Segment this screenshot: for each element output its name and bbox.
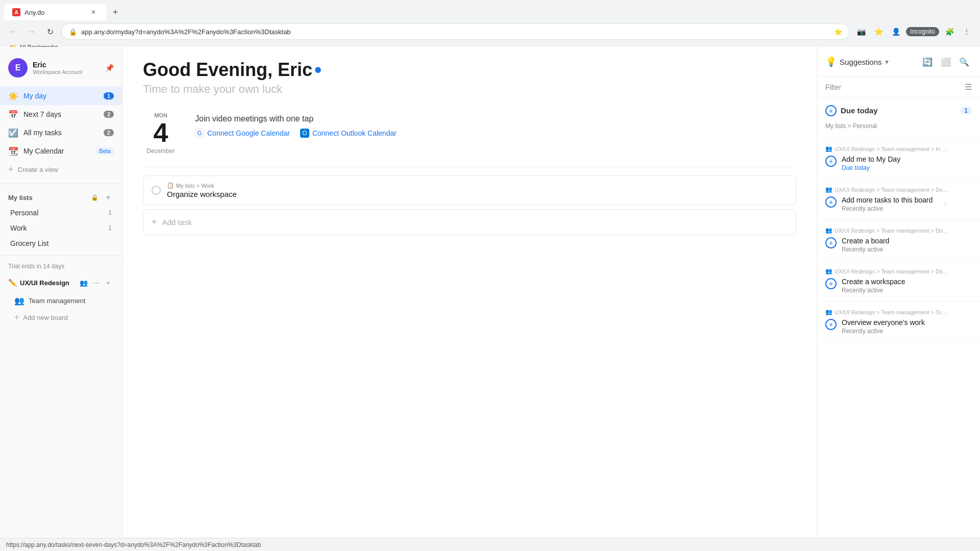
- month-name: December: [143, 147, 179, 155]
- calendar-section: MON 4 December Join video meetings with …: [143, 104, 796, 167]
- refresh-button[interactable]: ↻: [43, 24, 57, 39]
- workspace-actions: 👥 ⋯ +: [78, 277, 114, 288]
- workspace-icon: ✏️: [8, 279, 17, 287]
- add-due-today-button[interactable]: +: [825, 105, 837, 116]
- all-tasks-badge: 2: [104, 129, 114, 136]
- browser-chrome: A Any.do ✕ + ← → ↻ 🔒 app.any.do/myday?d=…: [0, 0, 980, 47]
- greeting: Good Evening, Eric•: [143, 59, 796, 81]
- suggestion-item-1: 👥 UX/UI Redesign > Team management > Do.…: [817, 179, 980, 220]
- workspace-add-icon[interactable]: +: [103, 277, 114, 288]
- connect-google-calendar-link[interactable]: G Connect Google Calendar: [195, 129, 290, 138]
- tab-close-button[interactable]: ✕: [89, 8, 98, 17]
- back-button[interactable]: ←: [6, 24, 20, 39]
- task-path-text: My lists > Work: [176, 183, 214, 189]
- suggestions-list: 👥 UX/UI Redesign > Team management > In …: [817, 138, 980, 538]
- status-url: https://app.any.do/tasks/next-seven-days…: [6, 541, 261, 548]
- my-calendar-label: My Calendar: [23, 147, 91, 155]
- refresh-suggestions-icon[interactable]: 🔄: [920, 54, 935, 69]
- my-lists-title: My lists: [8, 194, 87, 202]
- outlook-calendar-icon: O: [300, 129, 309, 138]
- meta-icon-3: 👥: [825, 268, 832, 274]
- bookmark-icon[interactable]: ⭐: [871, 24, 886, 39]
- suggestion-meta-text-1: UX/UI Redesign > Team management > Do...: [835, 187, 947, 193]
- workspace-more-icon[interactable]: ⋯: [90, 277, 102, 288]
- app: E Eric Workspace Account 📌 ☀️ My day 1 📅…: [0, 47, 980, 538]
- connect-outlook-calendar-link[interactable]: O Connect Outlook Calendar: [300, 129, 397, 138]
- add-task-bar[interactable]: + Add task: [143, 209, 796, 235]
- add-suggestion-0-button[interactable]: +: [825, 156, 837, 167]
- list-item-grocery[interactable]: Grocery List: [0, 236, 122, 251]
- add-suggestion-4-button[interactable]: +: [825, 319, 837, 330]
- user-profile[interactable]: E Eric Workspace Account 📌: [0, 53, 122, 83]
- suggestion-text-3: Create a workspace: [842, 278, 905, 286]
- board-label: Team management: [29, 297, 85, 305]
- sidebar-item-next-7-days[interactable]: 📅 Next 7 days 2: [0, 105, 122, 123]
- suggestion-meta-3: 👥 UX/UI Redesign > Team management > Do.…: [825, 268, 972, 274]
- my-day-label: My day: [23, 92, 99, 100]
- board-item-team-management[interactable]: 👥 Team management: [0, 292, 122, 309]
- suggestion-item-0: 👥 UX/UI Redesign > Team management > In …: [817, 138, 980, 179]
- suggestion-text-1: Add more tasks to this board: [842, 196, 933, 204]
- workspace-users-icon[interactable]: 👥: [78, 277, 89, 288]
- forward-button[interactable]: →: [24, 24, 39, 39]
- add-suggestion-2-button[interactable]: +: [825, 237, 837, 248]
- suggestion-item-3: 👥 UX/UI Redesign > Team management > Do.…: [817, 261, 980, 302]
- add-list-button[interactable]: +: [103, 192, 114, 203]
- create-view-label: Create a view: [18, 166, 58, 173]
- search-icon[interactable]: 🔍: [957, 54, 972, 69]
- suggestion-content-3: Create a workspace Recently active: [842, 278, 905, 294]
- task-checkbox[interactable]: [152, 186, 161, 195]
- suggestion-meta-text-4: UX/UI Redesign > Team management > To ..…: [835, 309, 948, 315]
- user-subtitle: Workspace Account: [33, 69, 100, 75]
- subtitle: Time to make your own luck: [143, 83, 796, 96]
- my-day-badge: 1: [104, 92, 114, 99]
- suggestion-content-4: Overview everyone's work Recently active: [842, 318, 925, 335]
- new-tab-button[interactable]: +: [108, 5, 122, 19]
- pin-icon[interactable]: 📌: [105, 64, 114, 72]
- url-text: app.any.do/myday?d=anydo%3A%2F%2Fanydo%3…: [81, 28, 830, 36]
- suggestion-meta-2: 👥 UX/UI Redesign > Team management > Do.…: [825, 227, 972, 234]
- filter-bar: Filter ☰: [817, 77, 980, 97]
- right-header: 💡 Suggestions ▾ 🔄 ⬜ 🔍: [817, 47, 980, 77]
- my-day-icon: ☀️: [8, 91, 18, 101]
- layout-icon[interactable]: ⬜: [938, 54, 953, 69]
- camera-icon[interactable]: 📷: [854, 24, 868, 39]
- all-tasks-label: All my tasks: [23, 129, 99, 137]
- suggestion-content-2: Create a board Recently active: [842, 237, 889, 253]
- url-bar[interactable]: 🔒 app.any.do/myday?d=anydo%3A%2F%2Fanydo…: [61, 23, 850, 40]
- add-board-button[interactable]: + Add new board: [0, 309, 122, 325]
- active-tab[interactable]: A Any.do ✕: [4, 4, 106, 20]
- add-suggestion-1-button[interactable]: +: [825, 196, 837, 208]
- beta-badge: Beta: [96, 147, 114, 155]
- right-header-icons: 🔄 ⬜ 🔍: [920, 54, 972, 69]
- suggestions-button[interactable]: 💡 Suggestions ▾: [825, 56, 916, 67]
- sidebar-item-my-calendar[interactable]: 📆 My Calendar Beta: [0, 142, 122, 160]
- status-bar: https://app.any.do/tasks/next-seven-days…: [0, 538, 980, 551]
- list-count-work: 1: [106, 224, 114, 232]
- list-item-work[interactable]: Work 1: [0, 220, 122, 236]
- extensions-icon[interactable]: 🧩: [942, 24, 957, 39]
- menu-icon[interactable]: ⋮: [960, 24, 974, 39]
- forward-arrow-1[interactable]: ›: [938, 196, 953, 211]
- suggestion-meta-1: 👥 UX/UI Redesign > Team management > Do.…: [825, 186, 972, 193]
- suggestion-sub-3: Recently active: [842, 287, 905, 294]
- list-item-personal[interactable]: Personal 1: [0, 205, 122, 220]
- due-today-section: + Due today 1 My lists > Personal: [817, 97, 980, 138]
- bulb-icon: 💡: [825, 56, 837, 67]
- profile-icon[interactable]: 👤: [889, 24, 903, 39]
- create-view-button[interactable]: + Create a view: [0, 160, 122, 179]
- sidebar-item-my-day[interactable]: ☀️ My day 1: [0, 87, 122, 105]
- sidebar-item-all-my-tasks[interactable]: ☑️ All my tasks 2: [0, 123, 122, 142]
- list-path-icon: 📋: [167, 182, 174, 189]
- suggestion-meta-text-0: UX/UI Redesign > Team management > In ..…: [835, 146, 946, 152]
- my-lists-header: My lists 🔒 +: [0, 188, 122, 205]
- divider-1: [0, 183, 122, 184]
- filter-options-icon[interactable]: ☰: [965, 82, 972, 92]
- add-suggestion-3-button[interactable]: +: [825, 278, 837, 289]
- workspace-header: ✏️ UX/UI Redesign 👥 ⋯ +: [0, 273, 122, 292]
- suggestion-meta-4: 👥 UX/UI Redesign > Team management > To …: [825, 309, 972, 315]
- suggestion-text-4: Overview everyone's work: [842, 318, 925, 327]
- calendar-icon: 📆: [8, 146, 18, 156]
- meta-icon-4: 👥: [825, 309, 832, 315]
- tab-bar: A Any.do ✕ +: [0, 0, 980, 20]
